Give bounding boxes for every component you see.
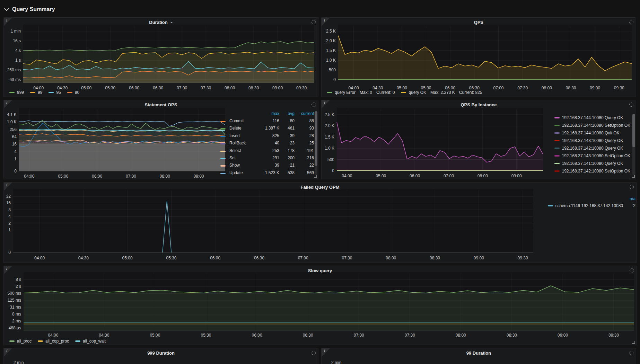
legend-item[interactable]: 192.168.37.144:10080 Quit OK xyxy=(554,129,631,137)
legend-item[interactable]: 192.168.37.143:10080 Query OK xyxy=(554,137,631,144)
legend-table-row[interactable]: Update1.523 K538569 xyxy=(220,169,314,176)
legend-table-row[interactable]: Select253178191 xyxy=(220,147,314,154)
legend-item[interactable]: 95 xyxy=(49,90,61,95)
y-axis-tick-label: 2 min xyxy=(331,360,341,364)
grafana-dashboard: Query Summary i Duration 1 min16 s4 s1 s… xyxy=(0,0,640,364)
swatch-cell xyxy=(220,163,229,168)
legend-column-header[interactable]: max xyxy=(258,111,279,116)
legend-item[interactable]: 80 xyxy=(67,90,79,95)
panel-title-slow-query[interactable]: Slow query xyxy=(4,268,636,273)
svg-text:4: 4 xyxy=(8,214,11,219)
legend-label: query Error xyxy=(335,90,356,95)
resize-handle[interactable] xyxy=(632,175,635,178)
panel-title-failed-query-opm[interactable]: Failed Query OPM xyxy=(4,185,636,190)
legend-stat: Max: 2.273 K xyxy=(430,90,455,95)
legend-swatch-icon xyxy=(9,340,15,342)
legend-item[interactable]: query ErrorMax: 0Current: 0 xyxy=(327,90,395,95)
swatch-cell xyxy=(220,133,229,138)
legend-stat: Current: 0 xyxy=(376,90,395,95)
svg-text:09:00: 09:00 xyxy=(558,333,568,338)
scrollbar-thumb[interactable] xyxy=(632,114,635,147)
legend-column-header[interactable]: avg xyxy=(279,111,295,116)
legend-item[interactable]: all_cop_wait xyxy=(75,339,106,344)
legend-swatch-icon xyxy=(220,173,226,174)
panel-info-corner[interactable] xyxy=(322,100,330,108)
legend-table-row[interactable]: Delete1.387 K46193 xyxy=(220,125,314,132)
panel-info-corner[interactable] xyxy=(4,18,12,26)
dashboard-row-2: i Statement OPS 4.1 K1.0 K256641641004:0… xyxy=(3,100,637,179)
svg-text:16: 16 xyxy=(12,142,17,147)
legend-item[interactable]: schema:1146-192.168.37.142:100802 xyxy=(548,203,635,208)
panel-title-999-duration[interactable]: 999 Duration xyxy=(4,350,318,356)
svg-text:07:30: 07:30 xyxy=(342,256,352,260)
resize-handle[interactable] xyxy=(314,175,317,178)
legend-label: all_proc xyxy=(17,339,32,344)
legend-item[interactable]: query OKMax: 2.273 KCurrent: 825 xyxy=(401,90,482,95)
legend-table-row[interactable]: Commit1168088 xyxy=(220,117,314,124)
swatch-cell xyxy=(220,118,229,123)
slow-query-chart[interactable]: 8 s2 s500 ms125 ms31 ms8 ms2 ms488 µs04:… xyxy=(4,266,637,345)
panel-title-qps-by-instance[interactable]: QPS By Instance xyxy=(322,102,636,107)
legend-table-row[interactable]: RollBack402325 xyxy=(220,140,314,147)
svg-text:04:00: 04:00 xyxy=(33,86,44,90)
scrollbar-thumb[interactable] xyxy=(315,111,317,166)
svg-text:06:30: 06:30 xyxy=(153,86,163,90)
svg-text:04:30: 04:30 xyxy=(78,256,89,260)
legend-swatch-icon xyxy=(220,165,226,167)
panel-title-statement-ops[interactable]: Statement OPS xyxy=(4,102,318,107)
panel-loading-icon xyxy=(630,185,634,189)
legend-avg-value: 80 xyxy=(279,118,295,123)
qps-chart[interactable]: 2.5 K2.0 K1.5 K1.0 K500004:0004:3005:000… xyxy=(322,18,636,97)
panel-title-99-duration[interactable]: 99 Duration xyxy=(322,350,636,356)
legend-column-header[interactable]: ma xyxy=(548,196,635,203)
panel-info-corner[interactable] xyxy=(4,266,12,274)
svg-text:07:00: 07:00 xyxy=(354,333,364,338)
svg-text:09:00: 09:00 xyxy=(474,256,484,260)
panel-info-corner[interactable] xyxy=(322,18,330,26)
legend-item[interactable]: all_proc xyxy=(9,339,32,344)
legend-swatch-icon xyxy=(554,170,560,172)
svg-text:05:30: 05:30 xyxy=(201,333,211,338)
svg-text:05:00: 05:00 xyxy=(376,174,386,178)
svg-text:2.5 K: 2.5 K xyxy=(325,112,334,117)
svg-text:16: 16 xyxy=(6,201,11,205)
legend-series-name: Select xyxy=(229,148,258,153)
panel-info-corner[interactable] xyxy=(4,100,12,108)
legend-table-header: maxavgcurrent xyxy=(220,110,314,117)
legend-table-row[interactable]: Set291200216 xyxy=(220,154,314,161)
legend-item[interactable]: all_cop_proc xyxy=(38,339,69,344)
panel-info-corner[interactable] xyxy=(322,348,330,357)
panel-title-qps[interactable]: QPS xyxy=(322,20,636,25)
panel-loading-icon xyxy=(312,20,316,24)
failed-query-opm-chart[interactable]: 32168421004:0004:3005:0005:3006:0006:300… xyxy=(4,183,637,263)
legend-column-header[interactable]: current xyxy=(295,111,314,116)
panel-loading-icon xyxy=(629,20,633,24)
legend-scrollbar[interactable] xyxy=(632,114,635,175)
legend-item[interactable]: 192.168.37.143:10080 SetOption OK xyxy=(554,152,631,160)
legend-item[interactable]: 192.168.37.144:10080 Query OK xyxy=(554,114,631,122)
resize-handle[interactable] xyxy=(632,341,635,344)
section-row-query-summary[interactable]: Query Summary xyxy=(0,0,640,15)
svg-text:0: 0 xyxy=(8,250,11,255)
panel-info-corner[interactable] xyxy=(4,348,12,357)
panel-duration: i Duration 1 min16 s4 s1 s250 ms63 ms04:… xyxy=(3,17,318,97)
legend-item[interactable]: 99 xyxy=(30,90,42,95)
panel-loading-icon xyxy=(629,351,633,355)
svg-text:05:00: 05:00 xyxy=(150,333,160,338)
legend-avg-value: 178 xyxy=(279,148,295,153)
legend-item[interactable]: 999 xyxy=(9,90,24,95)
panel-title-text: Duration xyxy=(149,20,167,25)
panel-info-corner[interactable] xyxy=(4,183,12,191)
panel-title-duration[interactable]: Duration xyxy=(4,20,318,25)
chevron-down-icon[interactable] xyxy=(4,6,9,11)
legend-item[interactable]: 192.168.37.144:10080 SetOption OK xyxy=(554,122,631,129)
svg-text:06:30: 06:30 xyxy=(254,256,264,260)
duration-chart[interactable]: 1 min16 s4 s1 s250 ms63 ms04:0004:3005:0… xyxy=(4,18,318,97)
legend-item[interactable]: 192.168.37.142:10080 Query OK xyxy=(554,144,631,152)
qps-by-instance-legend: 192.168.37.144:10080 Query OK192.168.37.… xyxy=(554,114,631,175)
legend-scrollbar[interactable] xyxy=(315,111,317,175)
legend-table-row[interactable]: Show392122 xyxy=(220,162,314,169)
legend-item[interactable]: 192.168.37.141:10080 Query OK xyxy=(554,160,631,167)
legend-table-row[interactable]: Insert8253928 xyxy=(220,132,314,139)
legend-item[interactable]: 192.168.37.142:10080 SetOption OK xyxy=(554,167,631,175)
